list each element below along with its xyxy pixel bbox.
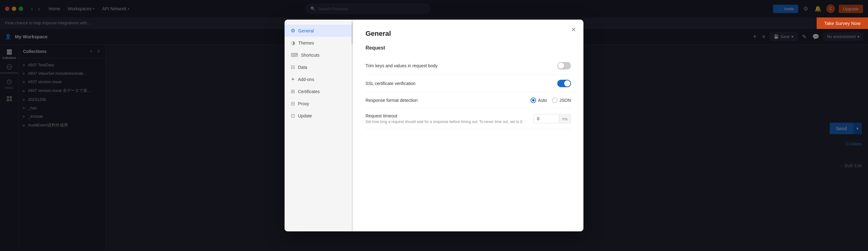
timeout-label-group: Request timeout Set how long a request s…	[366, 113, 522, 124]
shortcuts-icon: ⌨	[291, 52, 298, 58]
data-icon: ⊟	[291, 64, 295, 70]
settings-nav-proxy-label: Proxy	[298, 101, 309, 106]
radio-json[interactable]: JSON	[552, 97, 571, 103]
ssl-label-group: SSL certificate verification	[366, 81, 415, 86]
response-format-label-group: Response format detection	[366, 98, 417, 103]
radio-auto-label: Auto	[538, 98, 547, 103]
trim-keys-label: Trim keys and values in request body	[366, 63, 437, 68]
response-format-label: Response format detection	[366, 98, 417, 103]
radio-auto-dot	[530, 97, 536, 103]
modal-backdrop[interactable]: ⚙ General ◑ Themes ⌨ Shortcuts ⊟ Data ✦ …	[0, 0, 868, 251]
settings-nav-data-label: Data	[298, 65, 307, 70]
settings-nav-shortcuts[interactable]: ⌨ Shortcuts	[284, 49, 353, 61]
addons-icon: ✦	[291, 76, 295, 82]
settings-nav-certificates-label: Certificates	[298, 89, 320, 94]
ssl-verification-row: SSL certificate verification	[366, 75, 571, 93]
settings-nav-general-label: General	[298, 28, 314, 33]
general-icon: ⚙	[291, 28, 295, 34]
response-format-row: Response format detection Auto JSON	[366, 93, 571, 108]
request-timeout-row: Request timeout Set how long a request s…	[366, 108, 571, 129]
timeout-input-group: ms	[534, 114, 571, 123]
radio-json-dot	[552, 97, 558, 103]
settings-nav-addons[interactable]: ✦ Add-ons	[284, 73, 353, 85]
settings-nav-data[interactable]: ⊟ Data	[284, 61, 353, 73]
settings-title: General	[366, 30, 571, 38]
settings-nav-proxy[interactable]: ⊟ Proxy	[284, 97, 353, 109]
timeout-label: Request timeout	[366, 113, 522, 118]
themes-icon: ◑	[291, 40, 295, 46]
proxy-icon: ⊟	[291, 101, 295, 106]
settings-nav-themes-label: Themes	[298, 40, 314, 45]
trim-keys-row: Trim keys and values in request body	[366, 57, 571, 75]
trim-keys-toggle[interactable]	[557, 62, 571, 69]
settings-nav-addons-label: Add-ons	[298, 77, 314, 82]
settings-nav-certificates[interactable]: ⊞ Certificates	[284, 85, 353, 97]
settings-nav-themes[interactable]: ◑ Themes	[284, 37, 353, 49]
certificates-icon: ⊞	[291, 89, 295, 94]
ssl-label: SSL certificate verification	[366, 81, 415, 86]
timeout-input[interactable]	[534, 114, 559, 123]
timeout-desc: Set how long a request should wait for a…	[366, 120, 522, 124]
settings-content: General Request Trim keys and values in …	[353, 20, 584, 231]
ssl-toggle-knob	[564, 80, 570, 87]
radio-auto[interactable]: Auto	[530, 97, 547, 103]
settings-modal: ⚙ General ◑ Themes ⌨ Shortcuts ⊟ Data ✦ …	[284, 20, 584, 231]
update-icon: ⊡	[291, 113, 295, 119]
request-section-title: Request	[366, 45, 571, 51]
trim-keys-label-group: Trim keys and values in request body	[366, 63, 437, 68]
response-format-radio-group: Auto JSON	[530, 97, 571, 103]
settings-nav-general[interactable]: ⚙ General	[284, 25, 353, 37]
modal-close-button[interactable]: ✕	[568, 25, 579, 35]
settings-sidebar: ⚙ General ◑ Themes ⌨ Shortcuts ⊟ Data ✦ …	[284, 20, 353, 231]
settings-nav-update-label: Update	[298, 113, 312, 118]
take-survey-button[interactable]: Take Survey Now	[817, 18, 868, 29]
settings-nav-update[interactable]: ⊡ Update	[284, 109, 353, 122]
ssl-toggle[interactable]	[557, 80, 571, 87]
timeout-unit: ms	[559, 115, 571, 123]
settings-nav-shortcuts-label: Shortcuts	[301, 53, 319, 58]
trim-keys-toggle-knob	[558, 63, 564, 69]
radio-json-label: JSON	[559, 98, 571, 103]
